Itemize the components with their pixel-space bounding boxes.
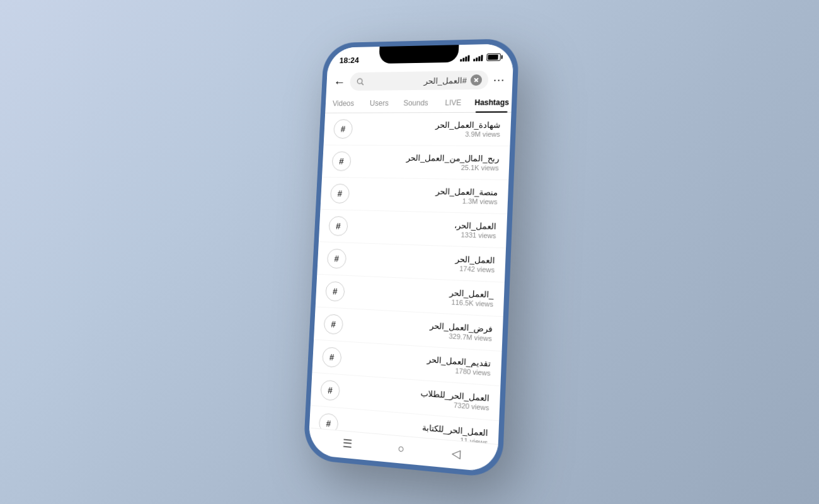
hashtag-hash-icon: # — [323, 314, 343, 335]
hashtag-item[interactable]: # ربح_المال_من_العمل_الحر 25.1K views — [322, 146, 510, 180]
hashtag-info: العمل_الحر 1742 views — [352, 251, 495, 274]
signal-bar2-2 — [476, 57, 478, 61]
tab-hashtags[interactable]: Hashtags — [472, 93, 512, 112]
hashtag-list: # شهادة_العمل_الحر 3.9M views # ربح_الما… — [309, 113, 512, 444]
hashtag-hash-icon: # — [330, 183, 350, 203]
battery-icon — [486, 54, 501, 61]
hashtag-hash-icon: # — [328, 216, 348, 236]
hashtag-hash-icon: # — [333, 119, 353, 139]
tab-users[interactable]: Users — [361, 94, 398, 112]
hashtag-name: ربح_المال_من_العمل_الحر — [357, 153, 499, 164]
notch — [379, 45, 459, 64]
signal-bar-2 — [462, 58, 464, 62]
hashtag-info: تقديم_العمل_الحر 1780 views — [347, 350, 491, 377]
battery-fill — [488, 55, 498, 60]
status-time: 18:24 — [339, 55, 359, 65]
hashtag-name: شهادة_العمل_الحر — [358, 120, 501, 130]
hashtag-info: _العمل_الحر 116.5K views — [350, 284, 494, 308]
clear-search-button[interactable] — [471, 74, 483, 86]
hashtag-views: 25.1K views — [357, 163, 499, 172]
phone-screen: 18:24 — [308, 43, 514, 472]
hashtag-item[interactable]: # منصة_العمل_الحر 1.3M views — [320, 178, 508, 214]
hashtag-hash-icon: # — [331, 151, 351, 171]
tab-videos[interactable]: Videos — [325, 94, 362, 113]
hashtag-item[interactable]: # شهادة_العمل_الحر 3.9M views — [324, 113, 512, 147]
hashtag-hash-icon: # — [325, 281, 345, 302]
search-icon — [356, 77, 365, 86]
hashtag-info: العمل_الحر، 1331 views — [353, 218, 496, 240]
phone-outer: 18:24 — [303, 38, 519, 478]
hashtag-info: ربح_المال_من_العمل_الحر 25.1K views — [357, 153, 500, 172]
nav-back-icon[interactable]: ◁ — [451, 446, 461, 461]
hashtag-hash-icon: # — [320, 380, 340, 401]
more-options-button[interactable]: ··· — [493, 73, 505, 86]
signal-bar-3 — [465, 57, 467, 62]
search-query-text: #العمل_الحر — [368, 76, 467, 86]
tab-sounds[interactable]: Sounds — [397, 94, 435, 113]
signal-bar2-1 — [473, 59, 475, 61]
search-input-container[interactable]: #العمل_الحر — [350, 71, 489, 91]
nav-menu-icon[interactable]: ☰ — [342, 436, 352, 451]
signal-bar2-3 — [478, 56, 480, 61]
signal-bar-1 — [460, 59, 462, 62]
signal-bar2-4 — [481, 55, 483, 61]
hashtag-info: العمل_الحر_للطلاب 7320 views — [345, 383, 490, 412]
hashtag-views: 3.9M views — [358, 130, 500, 138]
svg-line-1 — [362, 83, 364, 85]
tabs-bar: Videos Users Sounds LIVE Hashtags — [325, 93, 512, 113]
back-button[interactable]: ← — [333, 75, 346, 89]
signal-bar-4 — [467, 55, 469, 62]
hashtag-hash-icon: # — [327, 248, 347, 268]
hashtag-hash-icon: # — [322, 346, 342, 368]
hashtag-info: منصة_العمل_الحر 1.3M views — [355, 185, 498, 205]
hashtag-info: شهادة_العمل_الحر 3.9M views — [358, 120, 500, 138]
search-bar: ← #العمل_الحر ··· — [326, 66, 513, 94]
tab-live[interactable]: LIVE — [434, 93, 472, 112]
nav-home-icon[interactable]: ○ — [398, 442, 405, 455]
signal-bars-icon — [460, 54, 469, 62]
signal-bars-2-icon — [473, 54, 483, 61]
hashtag-info: فرض_العمل_الحر 329.7M views — [348, 316, 493, 342]
svg-point-0 — [357, 79, 362, 84]
scene: 18:24 — [309, 38, 510, 466]
phone-wrapper: 18:24 — [303, 38, 519, 478]
status-icons — [460, 54, 501, 62]
